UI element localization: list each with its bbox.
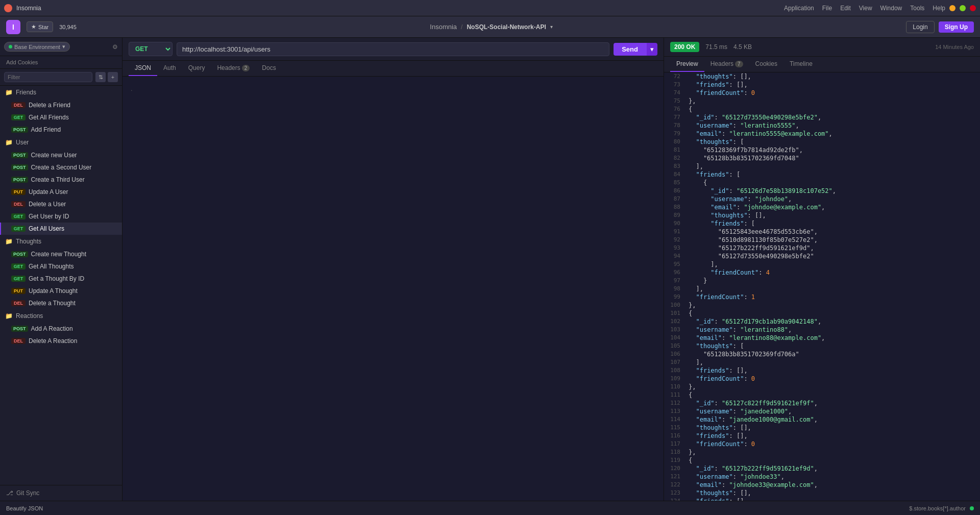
add-cookies-button[interactable]: Add Cookies [0,56,122,69]
sidebar-group-thoughts-header[interactable]: 📁 Thoughts [0,235,122,248]
req-tab-query[interactable]: Query [182,61,211,76]
menu-file[interactable]: File [822,5,832,12]
sidebar-item-create-thought[interactable]: POST Create new Thought [0,248,122,260]
response-line: 102 "_id": "65127d179cb1ab90a9042148", [664,317,980,326]
jq-status-dot [970,506,974,510]
signup-button[interactable]: Sign Up [939,21,974,33]
res-tab-headers[interactable]: Headers7 [704,57,749,72]
env-selector[interactable]: Base Environment ▾ [4,42,70,52]
filter-icons: ⇅ + [95,72,118,82]
sidebar-item-add-reaction[interactable]: POST Add A Reaction [0,323,122,335]
response-line: 116 "friends": [], [664,432,980,440]
response-line: 93 "65127b222ff9d591621ef9d", [664,244,980,252]
sidebar-item-label: Delete A Reaction [29,337,77,345]
sidebar-group-reactions: 📁 Reactions POST Add A Reaction DEL Dele… [0,309,122,347]
res-tab-timeline[interactable]: Timeline [783,57,819,72]
sidebar-item-delete-user[interactable]: DEL Delete a User [0,198,122,210]
git-sync-label[interactable]: Git Sync [16,489,39,497]
sidebar-item-delete-friend[interactable]: DEL Delete a Friend [0,99,122,111]
response-line: 92 "6510d8981130f85b07e527e2", [664,236,980,244]
response-line: 106 "65128b3b8351702369fd706a" [664,350,980,358]
sidebar-group-user-header[interactable]: 📁 User [0,136,122,149]
menu-application[interactable]: Application [784,5,814,12]
star-label: Star [38,24,48,30]
response-line: 119{ [664,456,980,464]
sidebar-item-get-all-friends[interactable]: GET Get All Friends [0,111,122,124]
response-line: 76{ [664,105,980,113]
method-select[interactable]: GET POST PUT DELETE [129,42,173,56]
login-button[interactable]: Login [906,21,934,33]
sidebar-item-update-user[interactable]: PUT Update A User [0,186,122,198]
env-label: Base Environment [14,44,60,50]
method-badge-del: DEL [11,300,26,306]
sidebar-item-label: Create a Third User [31,176,85,183]
response-line: 90 "friends": [ [664,219,980,228]
beautify-button[interactable]: Beautify JSON [6,505,43,511]
response-timestamp: 14 Minutes Ago [935,44,974,50]
res-tab-preview[interactable]: Preview [670,57,704,72]
topbar: I ★ Star 30,945 Insomnia / NoSQL-Social-… [0,16,980,38]
response-line: 77 "_id": "65127d73550e490298e5bfe2", [664,113,980,121]
filter-input[interactable] [4,72,92,82]
response-line: 120 "_id": "65127b222ff9d591621ef9d", [664,464,980,473]
req-tab-docs[interactable]: Docs [256,61,282,76]
sidebar-group-friends-header[interactable]: 📁 Friends [0,86,122,99]
menu-view[interactable]: View [859,5,872,12]
send-chevron-button[interactable]: ▾ [646,43,657,56]
response-line: 101{ [664,309,980,317]
sidebar-item-get-thought-by-id[interactable]: GET Get a Thought By ID [0,273,122,285]
sidebar-item-create-new-user[interactable]: POST Create new User [0,149,122,161]
sidebar-group-thoughts-label: Thoughts [16,238,41,245]
sidebar-item-delete-thought[interactable]: DEL Delete a Thought [0,297,122,309]
sidebar-group-reactions-header[interactable]: 📁 Reactions [0,309,122,323]
response-header: 200 OK 71.5 ms 4.5 KB 14 Minutes Ago [664,38,980,57]
titlebar-menu: Application File Edit View Window Tools … [784,5,945,12]
sidebar-item-get-all-users[interactable]: GET Get All Users [0,223,122,235]
response-line: 89 "thoughts": [], [664,211,980,219]
breadcrumb-project: NoSQL-Social-Network-API [467,23,546,31]
sidebar-item-add-friend[interactable]: POST Add Friend [0,124,122,136]
response-line: 111{ [664,391,980,399]
settings-icon[interactable]: ⚙ [112,43,118,51]
filter-add-button[interactable]: + [108,72,118,82]
response-status-tabs: 200 OK [670,42,699,52]
jq-filter: $.store.books[*].author [909,505,966,511]
req-tab-auth[interactable]: Auth [157,61,182,76]
git-sync-bar: ⎇ Git Sync [0,485,122,501]
sidebar-item-get-all-thoughts[interactable]: GET Get All Thoughts [0,260,122,273]
close-button[interactable] [970,5,976,11]
url-input[interactable] [177,42,609,56]
response-line: 118}, [664,448,980,456]
minimize-button[interactable] [949,5,955,11]
sidebar-group-reactions-label: Reactions [16,312,43,320]
req-tab-json[interactable]: JSON [129,61,157,76]
response-line: 123 "thoughts": [], [664,489,980,497]
folder-icon: 📁 [5,312,13,320]
method-badge-get: GET [11,263,26,269]
sidebar-item-create-third-user[interactable]: POST Create a Third User [0,174,122,186]
menu-tools[interactable]: Tools [910,5,924,12]
sidebar-item-update-thought[interactable]: PUT Update A Thought [0,285,122,297]
sidebar-item-label: Get a Thought By ID [29,275,84,282]
response-area: 200 OK 71.5 ms 4.5 KB 14 Minutes Ago Pre… [664,38,980,501]
env-chevron-icon: ▾ [62,43,65,50]
method-badge-del: DEL [11,338,26,344]
menu-window[interactable]: Window [880,5,902,12]
send-button[interactable]: Send [614,43,646,56]
star-button[interactable]: ★ Star [27,21,53,32]
sidebar: Base Environment ▾ ⚙ Add Cookies ⇅ + 📁 F… [0,38,122,501]
response-line: 79 "email": "lerantino5555@example.com", [664,130,980,138]
res-tab-cookies[interactable]: Cookies [749,57,783,72]
menu-help[interactable]: Help [933,5,945,12]
method-badge-post: POST [11,251,28,257]
sidebar-item-delete-reaction[interactable]: DEL Delete A Reaction [0,335,122,347]
menu-edit[interactable]: Edit [840,5,851,12]
sidebar-item-create-second-user[interactable]: POST Create a Second User [0,161,122,174]
chevron-down-icon[interactable]: ▾ [550,24,553,30]
req-tab-headers[interactable]: Headers2 [211,61,256,76]
maximize-button[interactable] [960,5,966,11]
response-line: 94 "65127d73550e490298e5bfe2" [664,252,980,260]
filter-sort-button[interactable]: ⇅ [95,72,106,82]
app-icon [4,4,12,12]
sidebar-item-get-user-by-id[interactable]: GET Get User by ID [0,210,122,223]
